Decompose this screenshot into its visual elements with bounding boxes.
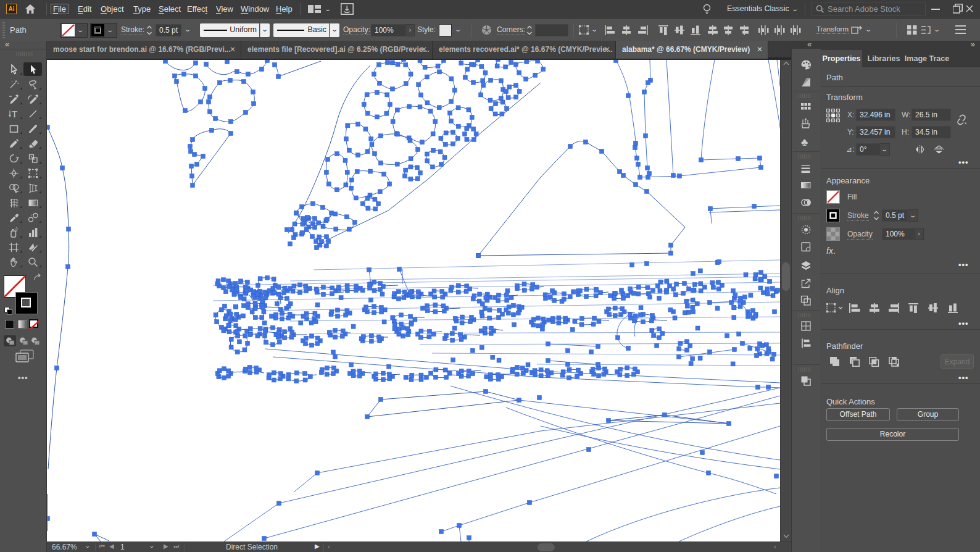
svg-text:T: T: [12, 109, 17, 119]
svg-text:♣: ♣: [801, 136, 808, 148]
